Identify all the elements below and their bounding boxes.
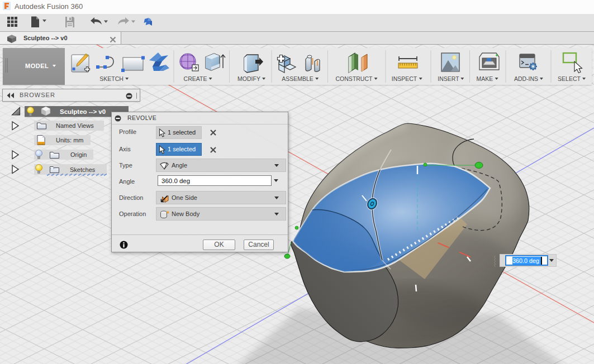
svg-text:Sketches: Sketches: [70, 166, 96, 173]
svg-text:Units: mm: Units: mm: [56, 137, 84, 143]
svg-text:Sculpteo --> v0: Sculpteo --> v0: [60, 108, 106, 115]
svg-text:Origin: Origin: [70, 151, 87, 158]
svg-text:Named Views: Named Views: [56, 122, 94, 129]
